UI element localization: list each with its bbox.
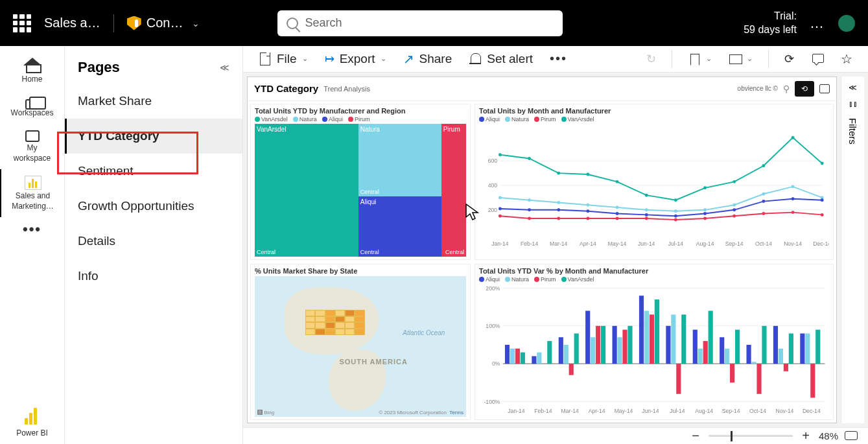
zoom-thumb[interactable] bbox=[731, 431, 733, 441]
svg-text:Nov-14: Nov-14 bbox=[784, 240, 802, 246]
collapse-pane-icon[interactable]: ≪ bbox=[220, 62, 229, 73]
viz-bar-legend: Aliqui Natura Pirum VanArsdel bbox=[479, 276, 829, 283]
bing-attribution: 🅱 Bing bbox=[257, 410, 274, 415]
svg-text:Apr-14: Apr-14 bbox=[580, 240, 596, 246]
svg-rect-116 bbox=[698, 348, 703, 363]
svg-rect-99 bbox=[585, 310, 590, 364]
comments-button[interactable] bbox=[804, 49, 830, 69]
viz-treemap-title: Total Units YTD by Manufacturer and Regi… bbox=[255, 107, 466, 115]
svg-point-62 bbox=[733, 214, 736, 217]
svg-point-36 bbox=[674, 209, 677, 213]
svg-point-58 bbox=[616, 216, 619, 220]
more-icon[interactable]: … bbox=[810, 15, 825, 32]
nav-workspaces[interactable]: Workspaces bbox=[0, 90, 64, 124]
share-button[interactable]: ↗ Share bbox=[397, 47, 459, 71]
svg-text:Jun-14: Jun-14 bbox=[638, 240, 655, 246]
viz-bar-chart[interactable]: Total Units YTD Var % by Month and Manuf… bbox=[475, 264, 834, 420]
app-launcher-icon[interactable] bbox=[13, 14, 31, 32]
filters-label[interactable]: Filters bbox=[847, 118, 858, 145]
nav-sales-marketing[interactable]: Sales and Marketing… bbox=[0, 169, 64, 217]
nav-more[interactable]: ••• bbox=[23, 221, 41, 238]
svg-point-26 bbox=[733, 180, 736, 183]
sensitivity-dropdown[interactable]: Con… ⌄ bbox=[127, 16, 200, 30]
sync-slicer-icon[interactable]: ⟲ bbox=[795, 81, 814, 97]
svg-rect-105 bbox=[622, 329, 627, 363]
reset-button[interactable]: ↻ bbox=[640, 48, 663, 70]
tm-region: Central bbox=[445, 249, 464, 255]
trial-line1: Trial: bbox=[744, 10, 797, 23]
pin-icon[interactable]: ⚲ bbox=[783, 84, 790, 94]
report-canvas: YTD Category Trend Analysis obvience llc… bbox=[247, 76, 837, 423]
legend-aliqui: Aliqui bbox=[486, 116, 500, 123]
svg-rect-96 bbox=[564, 345, 569, 364]
page-sentiment[interactable]: Sentiment bbox=[65, 154, 242, 189]
visual-comment-icon[interactable] bbox=[819, 84, 830, 93]
page-ytd-category[interactable]: YTD Category bbox=[65, 119, 242, 154]
legend-pirum: Pirum bbox=[541, 116, 556, 123]
viz-treemap[interactable]: Total Units YTD by Manufacturer and Regi… bbox=[250, 104, 471, 260]
nav-powerbi[interactable]: Power BI bbox=[0, 401, 64, 444]
set-alert-button[interactable]: Set alert bbox=[462, 48, 539, 70]
home-icon bbox=[23, 58, 41, 73]
reset-icon: ↻ bbox=[646, 52, 656, 66]
svg-point-65 bbox=[821, 213, 824, 216]
view-menu[interactable]: ⌄ bbox=[722, 49, 759, 69]
expand-filters-icon[interactable]: ≪ bbox=[849, 83, 857, 92]
svg-rect-131 bbox=[800, 333, 804, 364]
svg-text:Jan-14: Jan-14 bbox=[508, 407, 525, 414]
svg-rect-89 bbox=[515, 348, 520, 363]
svg-rect-126 bbox=[762, 325, 766, 363]
viz-line-chart[interactable]: Total Units by Month and Manufacturer Al… bbox=[475, 104, 834, 260]
zoom-in-button[interactable]: + bbox=[799, 428, 812, 443]
svg-rect-119 bbox=[720, 337, 724, 364]
svg-rect-132 bbox=[805, 333, 810, 364]
bookmark-menu[interactable]: ⌄ bbox=[681, 49, 718, 69]
export-menu[interactable]: ↦ Export ⌄ bbox=[318, 48, 393, 70]
legend-vanarsdel: VanArsdel bbox=[568, 116, 594, 123]
svg-rect-120 bbox=[725, 348, 729, 363]
favorite-button[interactable]: ☆ bbox=[834, 47, 859, 71]
nav-myws-l2: workspace bbox=[14, 154, 51, 163]
svg-point-37 bbox=[703, 208, 707, 211]
fit-to-page-icon[interactable] bbox=[845, 431, 858, 440]
trial-status[interactable]: Trial: 59 days left bbox=[744, 10, 797, 37]
chevron-down-icon: ⌄ bbox=[302, 54, 308, 63]
filter-funnel-icon[interactable]: ⫾⫾ bbox=[849, 99, 858, 109]
svg-rect-100 bbox=[591, 337, 595, 364]
tm-region: Central bbox=[360, 189, 379, 195]
main-area: File ⌄ ↦ Export ⌄ ↗ Share Set alert ••• … bbox=[243, 46, 868, 444]
refresh-button[interactable]: ⟳ bbox=[778, 48, 801, 70]
map-terms-link[interactable]: Terms bbox=[449, 410, 463, 415]
svg-point-42 bbox=[499, 207, 502, 210]
toolbar-more[interactable]: ••• bbox=[543, 47, 574, 70]
nav-home[interactable]: Home bbox=[0, 51, 64, 90]
svg-rect-129 bbox=[784, 364, 788, 371]
page-info[interactable]: Info bbox=[65, 259, 242, 294]
tm-pir-label: Pirum bbox=[443, 126, 460, 133]
svg-rect-117 bbox=[703, 341, 708, 364]
viz-map[interactable]: % Units Market Share by State Atlantic O… bbox=[250, 264, 471, 420]
search-icon bbox=[287, 18, 298, 29]
avatar[interactable] bbox=[838, 15, 855, 32]
app-title[interactable]: Sales a… bbox=[44, 16, 100, 30]
svg-point-47 bbox=[645, 213, 648, 216]
page-details[interactable]: Details bbox=[65, 224, 242, 259]
zoom-slider[interactable] bbox=[709, 435, 793, 437]
svg-point-20 bbox=[557, 171, 560, 174]
page-growth-opportunities[interactable]: Growth Opportunities bbox=[65, 189, 242, 224]
svg-point-28 bbox=[792, 135, 795, 139]
search-input[interactable]: Search bbox=[277, 10, 563, 36]
chevron-down-icon: ⌄ bbox=[381, 54, 386, 63]
svg-rect-127 bbox=[773, 325, 778, 363]
report-branding: obvience llc © bbox=[738, 85, 778, 92]
svg-text:-100%: -100% bbox=[484, 398, 500, 404]
nav-my-workspace[interactable]: My workspace bbox=[0, 124, 64, 169]
viz-bar-title: Total Units YTD Var % by Month and Manuf… bbox=[479, 267, 829, 275]
sensitivity-label: Con… bbox=[147, 16, 183, 30]
zoom-out-button[interactable]: − bbox=[689, 428, 702, 443]
app-body: Home Workspaces My workspace Sales and M… bbox=[0, 46, 868, 444]
file-menu[interactable]: File ⌄ bbox=[252, 48, 314, 70]
svg-point-19 bbox=[528, 156, 531, 159]
page-market-share[interactable]: Market Share bbox=[65, 84, 242, 119]
svg-rect-123 bbox=[746, 345, 751, 364]
